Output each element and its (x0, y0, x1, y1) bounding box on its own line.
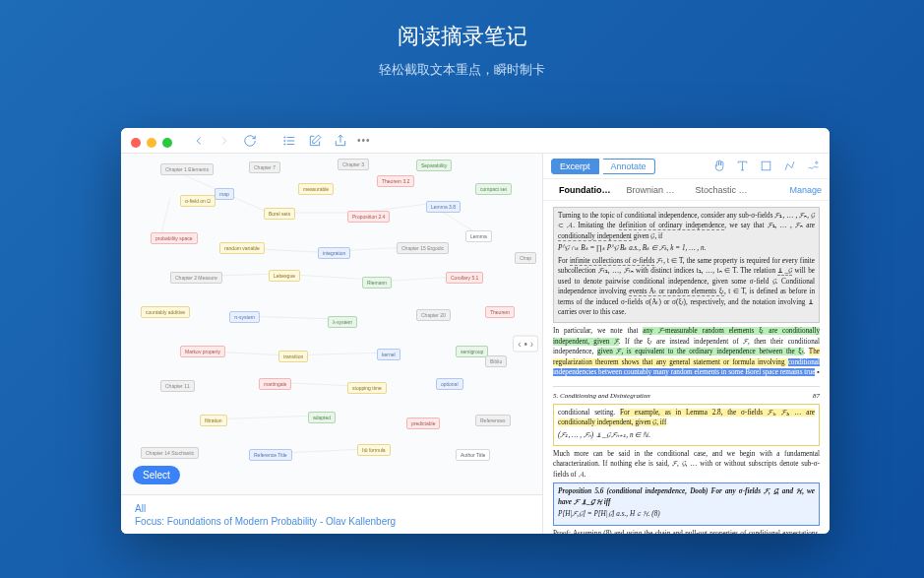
mindmap-node[interactable]: random variable (219, 242, 265, 254)
more-button[interactable]: ••• (357, 135, 371, 146)
mindmap-node[interactable]: Chapter 20 (416, 309, 451, 321)
mindmap-node[interactable]: Lemma (465, 230, 492, 242)
mindmap-node[interactable]: Theorem 3.2 (377, 175, 414, 187)
toolbar: ••• (121, 128, 830, 154)
footer-all[interactable]: All (135, 503, 528, 514)
refresh-button[interactable] (241, 132, 259, 150)
mindmap-node[interactable]: Reference Title (249, 449, 292, 461)
mindmap-node[interactable]: Chapter 15 Ergodic (397, 242, 449, 254)
doc-tab-1[interactable]: Foundatio… (551, 185, 619, 195)
annotate-tab[interactable]: Annotate (603, 159, 655, 174)
page-nav[interactable]: ‹ • › (513, 336, 538, 353)
reader-toolbar: Excerpt Annotate (543, 154, 830, 179)
mindmap-node[interactable]: optional (436, 378, 463, 390)
mindmap-pane[interactable]: Chapter 1 ElementsChapter 7Chapter 3Sepa… (121, 154, 542, 534)
mindmap-node[interactable]: Chapter 1 Elements (160, 163, 214, 175)
mindmap-node[interactable]: σ-field on Ω (180, 195, 216, 207)
mindmap-node[interactable]: π-system (229, 311, 260, 323)
mindmap-node[interactable]: Chapter 7 (249, 161, 280, 173)
app-window: ••• Chapter 1 ElementsCh (121, 128, 830, 534)
doc-para-5: Much more can be said in the conditional… (553, 449, 820, 480)
mindmap-node[interactable]: kernel (377, 349, 400, 360)
footer-bar: All Focus: Foundations of Modern Probabi… (121, 494, 542, 534)
mindmap-node[interactable]: Proposition 2.4 (347, 211, 390, 223)
doc-tab-3[interactable]: Stochastic Dif… (688, 185, 757, 195)
mindmap-node[interactable]: countably additive (141, 306, 190, 318)
svg-point-3 (284, 136, 285, 137)
footer-focus[interactable]: Focus: Foundations of Modern Probability… (135, 516, 528, 527)
mindmap-node[interactable]: Chapter 11 (160, 380, 195, 392)
compose-icon[interactable] (306, 132, 324, 150)
mindmap-node[interactable]: measurable (298, 183, 334, 195)
hero-subtitle: 轻松截取文本重点，瞬时制卡 (0, 51, 924, 79)
doc-para-6: Proof: Assuming (8) and using the chain … (553, 529, 820, 534)
mindmap-node[interactable]: probability space (151, 232, 198, 244)
select-button[interactable]: Select (133, 466, 180, 484)
zoom-button[interactable] (162, 138, 172, 148)
mindmap-node[interactable]: integration (318, 247, 350, 259)
highlighted-block-1: Turning to the topic of conditional inde… (553, 207, 820, 323)
mindmap-node[interactable]: transition (278, 351, 308, 362)
svg-line-21 (160, 198, 170, 237)
mindmap-node[interactable]: Chapter 2 Measure (170, 272, 222, 284)
mindmap-node[interactable]: Separability (416, 160, 452, 171)
mindmap-node[interactable]: martingale (259, 378, 291, 390)
minimize-button[interactable] (147, 138, 156, 148)
doc-para-3: In particular, we note that any 𝓕-measur… (553, 326, 820, 377)
mindmap-node[interactable]: Lebesgue (269, 270, 300, 282)
mindmap-node[interactable]: Chapter 3 (338, 159, 369, 170)
close-button[interactable] (131, 138, 141, 148)
mindmap-node[interactable]: Lemma 3.8 (426, 201, 461, 213)
mindmap-node[interactable]: Borel sets (264, 208, 295, 220)
text-select-icon[interactable] (733, 158, 751, 175)
section-header: 5. Conditioning and Disintegration87 (553, 391, 820, 401)
doc-tab-2[interactable]: Brownian Moti… (619, 185, 688, 195)
mindmap-node[interactable]: predictable (406, 417, 440, 429)
mindmap-node[interactable]: Chapter 14 Stochastic (141, 447, 199, 459)
rect-select-icon[interactable] (757, 158, 774, 175)
document-body[interactable]: Turning to the topic of conditional inde… (543, 201, 830, 534)
lasso-icon[interactable] (780, 158, 798, 175)
highlighted-block-3: Proposition 5.6 (conditional independenc… (553, 482, 820, 525)
mindmap-node[interactable]: Chap (515, 252, 536, 264)
mindmap-node[interactable]: Riemann (362, 277, 392, 289)
window-controls (131, 138, 172, 148)
mindmap-node[interactable]: λ-system (328, 316, 357, 328)
hand-tool-icon[interactable] (709, 158, 727, 175)
mindmap-node[interactable]: stopping time (347, 382, 387, 394)
mindmap-node[interactable]: filtration (200, 415, 227, 426)
content-area: Chapter 1 ElementsChapter 7Chapter 3Sepa… (121, 154, 830, 534)
svg-point-5 (284, 143, 285, 144)
hero-title: 阅读摘录笔记 (0, 0, 924, 51)
svg-point-26 (815, 161, 817, 163)
excerpt-tab[interactable]: Excerpt (551, 159, 599, 174)
handwrite-icon[interactable] (804, 158, 822, 175)
mindmap-node[interactable]: Theorem (485, 306, 515, 318)
mindmap-node[interactable]: map (215, 188, 234, 200)
share-icon[interactable] (332, 132, 349, 150)
mindmap-node[interactable]: Author Title (456, 449, 490, 461)
mindmap-node[interactable]: compact set (475, 183, 512, 195)
mindmap-node[interactable]: Itô formula (357, 444, 391, 456)
mindmap-node[interactable]: References (475, 415, 511, 426)
back-button[interactable] (190, 132, 208, 150)
forward-button[interactable] (216, 132, 233, 150)
reader-pane: Excerpt Annotate Foundatio… Brownian Mot… (542, 154, 830, 534)
svg-rect-25 (762, 161, 770, 170)
mindmap-node[interactable]: adapted (308, 412, 336, 423)
manage-link[interactable]: Manage (789, 185, 822, 195)
list-icon[interactable] (280, 132, 298, 150)
mindmap-lines (121, 154, 542, 534)
mindmap-node[interactable]: Biblio (485, 355, 507, 367)
mindmap-node[interactable]: Markov property (180, 346, 225, 357)
highlighted-block-2: conditional setting. For example, as in … (553, 404, 820, 446)
mindmap-node[interactable]: Corollary 5.1 (446, 272, 483, 284)
svg-point-4 (284, 140, 285, 141)
mindmap-node[interactable]: semigroup (456, 346, 488, 357)
document-tabs: Foundatio… Brownian Moti… Stochastic Dif… (543, 179, 830, 201)
